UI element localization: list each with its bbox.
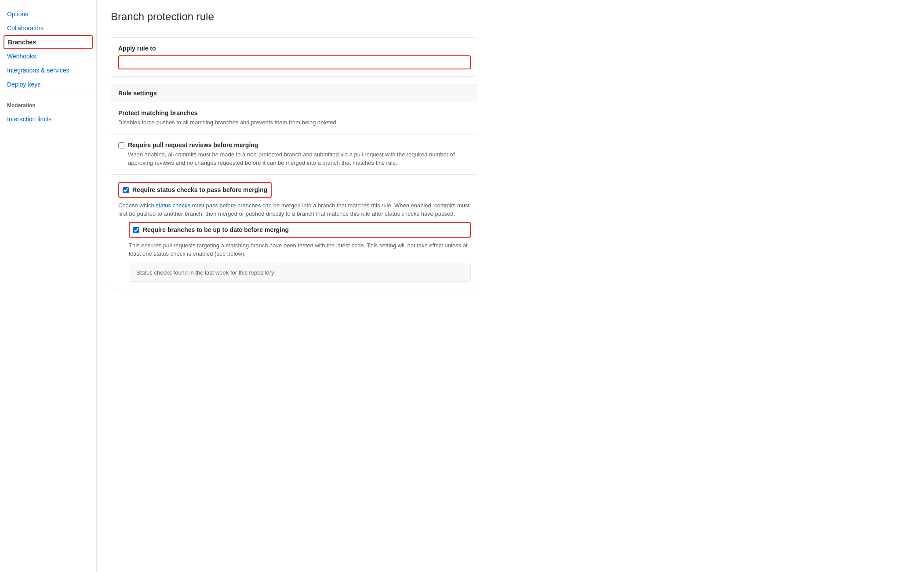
require-pr-reviews-label: Require pull request reviews before merg…: [128, 141, 471, 148]
require-up-to-date-desc: This ensures pull requests targeting a m…: [118, 241, 471, 258]
sidebar-divider: [0, 95, 96, 95]
require-pr-reviews-wrapper: Require pull request reviews before merg…: [118, 141, 471, 167]
rule-settings-section: Rule settings Protect matching branches …: [111, 84, 478, 289]
require-pr-reviews-desc: When enabled, all commits must be made t…: [128, 150, 471, 167]
status-checks-box: Status checks found in the last week for…: [129, 264, 471, 282]
sidebar-item-collaborators[interactable]: Collaborators: [0, 21, 96, 35]
require-pr-reviews-checkbox[interactable]: [118, 142, 124, 148]
protect-matching-branches-item: Protect matching branches Disables force…: [111, 102, 478, 134]
sidebar-section-moderation: Moderation: [0, 99, 96, 112]
protect-matching-desc: Disables force-pushes to all matching br…: [118, 118, 471, 127]
require-status-checks-checkbox[interactable]: [123, 187, 129, 193]
sidebar-item-branches[interactable]: Branches: [4, 35, 93, 49]
page-title: Branch protection rule: [111, 11, 478, 30]
require-status-checks-label: Require status checks to pass before mer…: [132, 186, 267, 193]
require-status-checks-desc: Choose which status checks must pass bef…: [118, 201, 471, 218]
require-up-to-date-highlighted: Require branches to be up to date before…: [129, 222, 471, 238]
status-checks-desc-before: Choose which: [118, 202, 156, 209]
sidebar-item-options[interactable]: Options: [0, 7, 96, 21]
apply-rule-input[interactable]: [118, 55, 471, 69]
status-checks-placeholder: Status checks found in the last week for…: [136, 269, 274, 276]
require-up-to-date-checkbox[interactable]: [133, 227, 139, 233]
require-pr-reviews-content: Require pull request reviews before merg…: [128, 141, 471, 167]
sidebar-item-webhooks[interactable]: Webhooks: [0, 49, 96, 63]
rule-settings-header: Rule settings: [111, 84, 478, 102]
require-up-to-date-wrapper: Require branches to be up to date before…: [133, 226, 466, 233]
require-pr-reviews-item: Require pull request reviews before merg…: [111, 134, 478, 175]
main-content: Branch protection rule Apply rule to Rul…: [97, 0, 492, 572]
status-checks-link[interactable]: status checks: [156, 202, 190, 209]
require-status-checks-highlighted: Require status checks to pass before mer…: [118, 182, 272, 198]
protect-matching-title: Protect matching branches: [118, 109, 471, 116]
apply-rule-body: Apply rule to: [111, 38, 478, 76]
sidebar: Options Collaborators Branches Webhooks …: [0, 0, 97, 572]
apply-rule-section: Apply rule to: [111, 37, 478, 77]
sidebar-item-interaction-limits[interactable]: Interaction limits: [0, 112, 96, 126]
apply-rule-label: Apply rule to: [118, 45, 471, 52]
require-up-to-date-label: Require branches to be up to date before…: [143, 226, 289, 233]
require-status-checks-item: Require status checks to pass before mer…: [111, 175, 478, 289]
sidebar-item-deploy-keys[interactable]: Deploy keys: [0, 77, 96, 91]
sidebar-item-integrations[interactable]: Integrations & services: [0, 63, 96, 77]
